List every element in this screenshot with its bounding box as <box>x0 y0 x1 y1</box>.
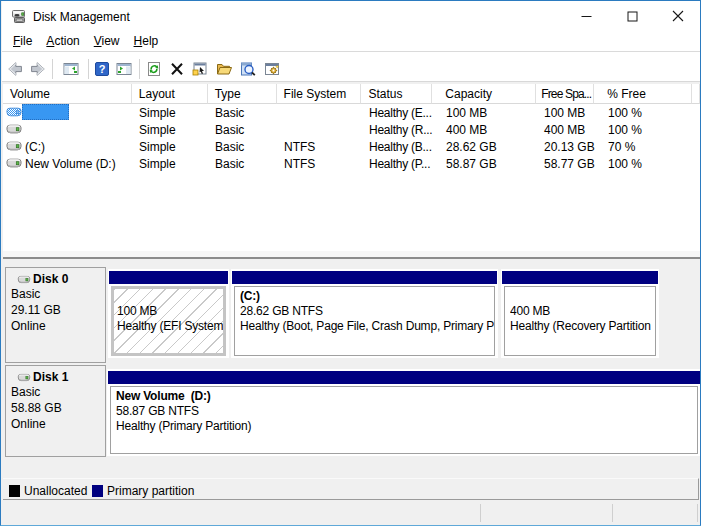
properties-icon[interactable] <box>192 61 208 77</box>
partition-name <box>117 289 223 304</box>
toolbar-separator <box>88 59 89 79</box>
column-header-layout[interactable]: Layout <box>132 84 208 104</box>
volume-row-4[interactable]: New Volume (D:)SimpleBasicNTFSHealthy (P… <box>3 155 700 172</box>
volume-cell-file-system: NTFS <box>277 138 362 155</box>
disk-state: Online <box>10 318 103 334</box>
volume-list-header: Volume Layout Type File System Status Ca… <box>3 84 700 104</box>
menu-action[interactable]: Action <box>39 31 86 52</box>
menu-help[interactable]: Help <box>127 31 166 52</box>
menu-view[interactable]: View <box>87 31 127 52</box>
partition-info: New Volume (D:)58.87 GB NTFSHealthy (Pri… <box>110 386 698 454</box>
column-header-volume[interactable]: Volume <box>3 84 132 104</box>
volume-cell-capacity: 100 MB <box>433 104 537 121</box>
view-icon[interactable] <box>240 61 256 77</box>
disk-state: Online <box>10 416 103 432</box>
delete-icon[interactable] <box>169 61 185 77</box>
title-bar: Disk Management <box>2 1 701 32</box>
volume-cell-status: Healthy (E... <box>362 104 433 121</box>
disk-label-1[interactable]: Disk 1Basic58.88 GBOnline <box>5 365 106 457</box>
volume-cell-name <box>3 104 132 121</box>
partition-status: Healthy (Primary Partition) <box>116 419 697 434</box>
volume-rows: SimpleBasicHealthy (E...100 MB100 MB100 … <box>3 104 700 172</box>
volume-cell-layout: Simple <box>132 121 208 138</box>
column-header-filler <box>692 84 700 104</box>
volume-name-text: (C:) <box>25 140 45 154</box>
help-icon[interactable]: ? <box>94 61 110 77</box>
volume-cell-pct-free: 70 % <box>595 138 693 155</box>
disk-name-text: Disk 1 <box>33 370 68 384</box>
volume-cell-file-system <box>277 104 362 121</box>
volume-cell-pct-free: 100 % <box>595 121 693 138</box>
partition-disk1-0[interactable]: New Volume (D:)58.87 GB NTFSHealthy (Pri… <box>107 369 701 456</box>
selected-volume-highlight <box>22 104 69 120</box>
volume-list: Volume Layout Type File System Status Ca… <box>3 84 700 251</box>
show-console-tree-icon[interactable] <box>63 61 79 77</box>
column-header-capacity[interactable]: Capacity <box>432 84 536 104</box>
disk-size: 58.88 GB <box>10 400 103 416</box>
volume-cell-layout: Simple <box>132 104 208 121</box>
partition-status: Healthy (Boot, Page File, Crash Dump, Pr… <box>240 319 494 334</box>
status-bar <box>2 500 701 526</box>
pane-splitter[interactable] <box>3 251 700 267</box>
column-header-file-system[interactable]: File System <box>277 84 362 104</box>
partition-disk0-2[interactable]: 400 MBHealthy (Recovery Partition <box>501 269 659 358</box>
refresh-icon[interactable] <box>146 61 162 77</box>
disk-name: Disk 0 <box>10 272 103 286</box>
disk-label-0[interactable]: Disk 0Basic29.11 GBOnline <box>5 267 106 363</box>
volume-row-2[interactable]: SimpleBasicHealthy (R...400 MB400 MB100 … <box>3 121 700 138</box>
show-action-pane-icon[interactable] <box>116 61 132 77</box>
settings-icon[interactable] <box>264 61 280 77</box>
minimize-button[interactable] <box>563 1 609 31</box>
volume-row-3[interactable]: (C:)SimpleBasicNTFSHealthy (B...28.62 GB… <box>3 138 700 155</box>
legend-label-primary-partition: Primary partition <box>107 484 194 498</box>
column-header-free-space[interactable]: Free Spa... <box>536 84 594 104</box>
volume-cell-status: Healthy (R... <box>362 121 433 138</box>
menu-file[interactable]: File <box>6 31 39 52</box>
partition-disk0-0[interactable]: 100 MBHealthy (EFI System <box>108 269 229 358</box>
disk-type: Basic <box>10 384 103 400</box>
volume-row-1[interactable]: SimpleBasicHealthy (E...100 MB100 MB100 … <box>3 104 700 121</box>
partition-color-strip <box>109 271 228 284</box>
disk-icon <box>16 371 32 384</box>
volume-cell-free-space: 20.13 GB <box>537 138 595 155</box>
volume-icon-selected <box>6 104 22 120</box>
back-icon[interactable] <box>7 61 23 77</box>
volume-cell-layout: Simple <box>132 155 208 172</box>
close-icon <box>672 10 684 22</box>
volume-icon <box>6 121 22 137</box>
partition-color-strip <box>108 371 700 384</box>
legend-bar: Unallocated Primary partition <box>3 478 699 500</box>
legend-label-unallocated: Unallocated <box>24 484 87 498</box>
volume-cell-file-system <box>277 121 362 138</box>
column-header-type[interactable]: Type <box>208 84 277 104</box>
status-bar-separator <box>612 504 613 522</box>
window-title: Disk Management <box>33 10 130 24</box>
partition-info: 100 MBHealthy (EFI System <box>111 286 226 356</box>
status-bar-separator <box>697 504 698 522</box>
partition-status: Healthy (EFI System <box>117 319 223 334</box>
volume-cell-name <box>3 121 132 138</box>
close-button[interactable] <box>655 1 701 31</box>
disk-type: Basic <box>10 286 103 302</box>
disk-size: 29.11 GB <box>10 302 103 318</box>
volume-icon <box>6 155 22 171</box>
maximize-button[interactable] <box>609 1 655 31</box>
disk-management-window: Disk Management File Action View Help <box>0 0 701 526</box>
volume-cell-type: Basic <box>208 121 277 138</box>
column-header-pct-free[interactable]: % Free <box>594 84 692 104</box>
legend-swatch-unallocated <box>9 485 20 497</box>
maximize-icon <box>627 11 638 22</box>
partition-name <box>510 289 655 304</box>
minimize-icon <box>581 11 592 22</box>
svg-text:?: ? <box>99 63 106 75</box>
partition-name: New Volume (D:) <box>116 389 697 404</box>
partition-disk0-1[interactable]: (C:)28.62 GB NTFSHealthy (Boot, Page Fil… <box>231 269 498 358</box>
status-bar-separator <box>480 504 481 522</box>
partition-color-strip <box>232 271 497 284</box>
open-folder-icon[interactable] <box>216 61 232 77</box>
disk-icon <box>16 273 32 286</box>
volume-cell-status: Healthy (B... <box>362 138 433 155</box>
partition-size: 400 MB <box>510 304 655 319</box>
column-header-status[interactable]: Status <box>361 84 432 104</box>
forward-icon[interactable] <box>30 61 46 77</box>
